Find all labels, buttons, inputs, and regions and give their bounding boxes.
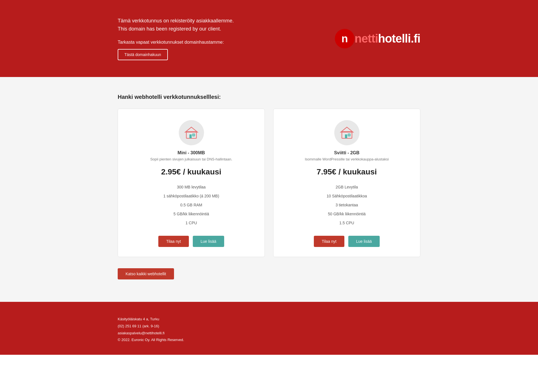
- card-sviitti-icon-circle: [334, 120, 360, 145]
- card-mini: Mini - 300MB Sopii pienten sivujen julka…: [118, 109, 265, 257]
- card-sviitti-feature-2: 3 tietokantaa: [285, 200, 409, 209]
- footer-address: Käsityöläiskatu 4 a, Turku: [118, 316, 420, 323]
- card-sviitti-price: 7.95€ / kuukausi: [317, 167, 377, 176]
- card-sviitti-order-button[interactable]: Tilaa nyt: [314, 236, 344, 247]
- footer-phone: (02) 251 69 11 (ark. 9-16): [118, 323, 420, 330]
- footer-inner: Käsityöläiskatu 4 a, Turku (02) 251 69 1…: [101, 316, 437, 344]
- svg-rect-4: [189, 134, 192, 138]
- section-title: Hanki webhotelli verkkotunnukselllesi:: [118, 94, 420, 100]
- domain-search-label: Tarkasta vapaat verkkotunnukset domainha…: [118, 39, 234, 46]
- hero-line1: Tämä verkkotunnus on rekisteröity asiakk…: [118, 17, 234, 25]
- card-mini-features: 300 MB levytilaa 1 sähköpostilaatikko (á…: [129, 183, 253, 227]
- card-sviitti-desc: Isommalle WordPressille tai verkkokauppa…: [305, 157, 389, 161]
- card-mini-feature-1: 1 sähköpostilaatikko (á 200 MB): [129, 192, 253, 200]
- card-mini-price: 2.95€ / kuukausi: [161, 167, 221, 176]
- card-sviitti-actions: Tilaa nyt Lue lisää: [314, 236, 379, 247]
- card-sviitti-features: 2GB Levytila 10 Sähköpostilaatikkoa 3 ti…: [285, 183, 409, 227]
- card-mini-feature-2: 0.5 GB RAM: [129, 200, 253, 209]
- card-mini-actions: Tilaa nyt Lue lisää: [158, 236, 224, 247]
- card-sviitti-feature-0: 2GB Levytila: [285, 183, 409, 192]
- footer-email-link[interactable]: asiakaspalvelu@nettihotelli.fi: [118, 331, 164, 335]
- card-sviitti-more-button[interactable]: Lue lisää: [348, 236, 380, 247]
- card-sviitti-feature-1: 10 Sähköpostilaatikkoa: [285, 192, 409, 200]
- svg-rect-10: [345, 134, 347, 138]
- card-mini-desc: Sopii pienten sivujen julkaisuun tai DNS…: [150, 157, 232, 161]
- logo-icon: n: [335, 29, 354, 48]
- domain-search-button[interactable]: Tästä domainhakuun: [118, 49, 168, 60]
- view-all-button[interactable]: Katso kaikki webhotellit: [118, 268, 174, 279]
- card-mini-order-button[interactable]: Tilaa nyt: [158, 236, 189, 247]
- card-mini-feature-3: 5 GB/kk liikennöintiä: [129, 209, 253, 218]
- card-sviitti-feature-3: 50 GB/kk liikennöintiä: [285, 209, 409, 218]
- footer: Käsityöläiskatu 4 a, Turku (02) 251 69 1…: [0, 302, 538, 355]
- card-sviitti-name: Sviitti - 2GB: [334, 150, 360, 155]
- card-mini-more-button[interactable]: Lue lisää: [193, 236, 224, 247]
- hero-section: Tämä verkkotunnus on rekisteröity asiakk…: [0, 0, 538, 77]
- svg-text:n: n: [342, 33, 348, 45]
- hero-text-block: Tämä verkkotunnus on rekisteröity asiakk…: [118, 17, 234, 60]
- logo-hotelli: hotelli.fi: [378, 32, 420, 45]
- logo: n nettihotelli.fi: [335, 29, 420, 48]
- house-icon-mini: [184, 125, 199, 140]
- house-icon-sviitti: [340, 125, 354, 140]
- hero-line2: This domain has been registered by our c…: [118, 25, 234, 33]
- cards-row: Mini - 300MB Sopii pienten sivujen julka…: [118, 109, 420, 257]
- card-mini-feature-0: 300 MB levytilaa: [129, 183, 253, 192]
- card-mini-name: Mini - 300MB: [178, 150, 205, 155]
- card-sviitti: Sviitti - 2GB Isommalle WordPressille ta…: [273, 109, 420, 257]
- card-sviitti-feature-4: 1.5 CPU: [285, 218, 409, 227]
- card-mini-icon-circle: [179, 120, 204, 145]
- footer-copyright: © 2022. Euronic Oy. All Rights Reserved.: [118, 337, 420, 344]
- card-mini-feature-4: 1 CPU: [129, 218, 253, 227]
- logo-netti: netti: [354, 32, 378, 45]
- main-content: Hanki webhotelli verkkotunnukselllesi: M…: [0, 77, 538, 302]
